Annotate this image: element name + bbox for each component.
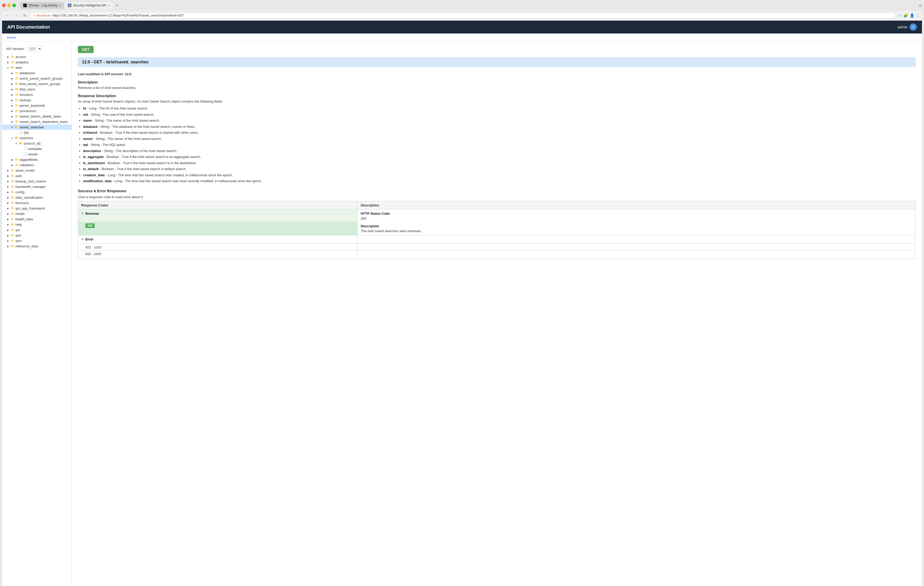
sidebar-item-qrm[interactable]: ▶ 📁 qrm (2, 233, 71, 238)
sidebar-item-parser-keywords[interactable]: ▶ 📁 parser_keywords (2, 103, 71, 108)
error-code-1020[interactable]: 500 - 1020 (85, 251, 354, 257)
sidebar-item-saved-search-delete-tasks[interactable]: ▶ 📁 saved_search_delete_tasks (2, 114, 71, 119)
folder-open-icon: 📂 (19, 142, 23, 145)
sidebar-item-reference-data[interactable]: ▶ 📁 reference_data (2, 244, 71, 249)
sidebar-item-lookups[interactable]: ▶ 📁 lookups (2, 97, 71, 103)
success-label: Success (85, 212, 99, 216)
sidebar-item-auth[interactable]: ▶ 📁 auth (2, 173, 71, 179)
success-detail-cell: HTTP Status Code 200 Description The Ari… (358, 209, 916, 235)
list-item: isShared - Boolean - True if the Ariel s… (83, 130, 916, 135)
content-area: GET 12.0 - GET - /ariel/saved_searches L… (72, 42, 922, 586)
folder-icon: 📁 (15, 120, 18, 123)
sidebar-item-config[interactable]: ▶ 📁 config (2, 189, 71, 195)
sidebar-item-search-id-label: {search_id} (24, 142, 40, 145)
sidebar-item-analytics[interactable]: ▶ 📁 analytics (2, 59, 71, 65)
sidebar-item-reference-data-label: reference_data (15, 244, 38, 248)
tab-qradar[interactable]: QRadar - Log Activity ✕ (20, 2, 64, 9)
folder-icon: 📁 (11, 234, 15, 237)
sidebar-item-health-data[interactable]: ▶ 📁 health_data (2, 216, 71, 222)
sidebar-item-search-id[interactable]: ▼ 📂 {search_id} (2, 141, 71, 146)
forward-button[interactable]: → (13, 13, 20, 18)
sidebar-item-results[interactable]: 📄 results (2, 151, 71, 157)
sidebar-item-searches[interactable]: ▼ 📂 searches (2, 135, 71, 141)
sidebar-item-help[interactable]: ▶ 📁 help (2, 222, 71, 227)
sidebar-item-ssdept-label: saved_search_dependent_tasks (20, 120, 68, 124)
error-code-1010[interactable]: 422 - 1010 (85, 245, 354, 250)
sidebar-item-event-saved-search-groups[interactable]: ▶ 📁 event_saved_search_groups (2, 76, 71, 81)
version-select[interactable]: 12.0 (27, 46, 42, 51)
error-label: Error (85, 237, 94, 241)
sidebar-item-ssdt-label: saved_search_delete_tasks (20, 114, 61, 118)
close-traffic-light[interactable] (2, 3, 6, 7)
folder-icon: 📁 (15, 104, 18, 107)
sidebar-item-ariel[interactable]: ▼ 📂 ariel (2, 65, 71, 70)
chevron-right-icon: ▶ (6, 61, 10, 64)
chevron-down-icon: ▼ (15, 142, 18, 145)
breadcrumb-bar: Home (2, 33, 922, 42)
sidebar-item-qvm-label: qvm (15, 239, 22, 243)
sidebar-item-databases[interactable]: ▶ 📁 databases (2, 70, 71, 76)
folder-icon: 📁 (11, 61, 15, 64)
new-tab-button[interactable]: + (114, 2, 120, 9)
sidebar-item-forensics[interactable]: ▶ 📁 forensics (2, 200, 71, 206)
minimize-traffic-light[interactable] (7, 3, 11, 7)
back-button[interactable]: ← (4, 13, 11, 18)
success-section-header[interactable]: ▼ Success (81, 212, 354, 216)
version-row: API Version: 12.0 (2, 44, 71, 54)
sidebar-item-functions[interactable]: ▶ 📁 functions (2, 92, 71, 97)
sidebar-item-backup-and-restore[interactable]: ▶ 📁 backup_and_restore (2, 179, 71, 184)
home-breadcrumb[interactable]: Home (7, 36, 16, 40)
sidebar-item-access-label: access (15, 55, 26, 59)
sidebar-item-flow-vlans[interactable]: ▶ 📁 flow_vlans (2, 87, 71, 92)
sidebar-item-taggedfields[interactable]: ▶ 📁 taggedfields (2, 157, 71, 162)
folder-icon: 📁 (11, 223, 15, 226)
sidebar-item-access[interactable]: ▶ 📁 access (2, 54, 71, 59)
sidebar-item-qni[interactable]: ▶ 📁 qni (2, 227, 71, 233)
field-name-database: database (83, 125, 97, 128)
maximize-traffic-light[interactable] (12, 3, 16, 7)
chevron-down-icon: ▼ (10, 126, 14, 128)
chevron-right-icon: ▶ (6, 196, 10, 199)
folder-icon: 📁 (15, 87, 18, 91)
sidebar-item-saved-searches-id[interactable]: 📄 {id} (2, 130, 71, 135)
sidebar-item-qrm-label: qrm (15, 234, 21, 237)
extensions-icon[interactable]: 🧩 (903, 13, 908, 18)
tab-qradar-close[interactable]: ✕ (59, 4, 61, 7)
address-bar[interactable]: ⚠ Not Secure https://192.168.56.144/api_… (30, 12, 896, 18)
list-item: modification_date - Long - The time that… (83, 179, 916, 184)
menu-icon[interactable]: ⋮ (916, 13, 920, 18)
sidebar-item-validators[interactable]: ▶ 📁 validators (2, 162, 71, 168)
sidebar-item-qvm[interactable]: ▶ 📁 qvm (2, 238, 71, 244)
admin-avatar[interactable]: A (909, 23, 917, 31)
sidebar-item-bandwidth-manager[interactable]: ▶ 📁 bandwidth_manager (2, 184, 71, 189)
sidebar-item-flow-saved-search-groups[interactable]: ▶ 📁 flow_saved_search_groups (2, 81, 71, 87)
sidebar-item-processors[interactable]: ▶ 📁 processors (2, 108, 71, 114)
folder-icon: 📁 (11, 191, 15, 194)
bookmark-icon[interactable]: ☆ (898, 13, 901, 18)
tab-security-close[interactable]: ✕ (108, 4, 110, 7)
sidebar-item-saved-searches-label: saved_searches (20, 125, 44, 129)
sidebar-item-saved-search-dependent-tasks[interactable]: ▶ 📁 saved_search_dependent_tasks (2, 119, 71, 125)
sidebar-item-saved-searches-id-label: {id} (24, 131, 29, 135)
sidebar-item-functions-label: functions (20, 93, 33, 97)
sidebar-item-health[interactable]: ▶ 📁 health (2, 211, 71, 216)
list-item: is_aggregate - Boolean - True if the Ari… (83, 154, 916, 160)
sidebar-item-gui-app-framework[interactable]: ▶ 📁 gui_app_framework (2, 206, 71, 211)
error-section-header[interactable]: ▼ Error (81, 237, 354, 241)
description-heading: Description (78, 80, 916, 84)
chevron-right-icon: ▶ (6, 218, 10, 221)
tab-security[interactable]: 🔒 Security Intelligence API ✕ (65, 2, 113, 9)
field-name-uid: uid (83, 113, 88, 117)
sidebar-item-data-classification[interactable]: ▶ 📁 data_classification (2, 195, 71, 200)
profile-menu-icon[interactable]: 👤 (910, 13, 914, 18)
refresh-button[interactable]: ↻ (21, 13, 28, 18)
sidebar-item-saved-searches[interactable]: ▼ 📂 saved_searches (2, 125, 71, 130)
folder-icon: 📁 (15, 71, 18, 75)
get-badge[interactable]: GET (78, 46, 94, 53)
success-code-badge[interactable]: 200 (85, 224, 95, 228)
sidebar-item-asset-model[interactable]: ▶ 📁 asset_model (2, 168, 71, 173)
col-header-response-codes: Response Codes (78, 201, 358, 209)
sidebar-item-metadata[interactable]: 📄 metadata (2, 146, 71, 151)
sidebar-item-fssg-label: flow_saved_search_groups (20, 82, 60, 86)
profile-icon[interactable]: ⊙ (919, 3, 922, 7)
